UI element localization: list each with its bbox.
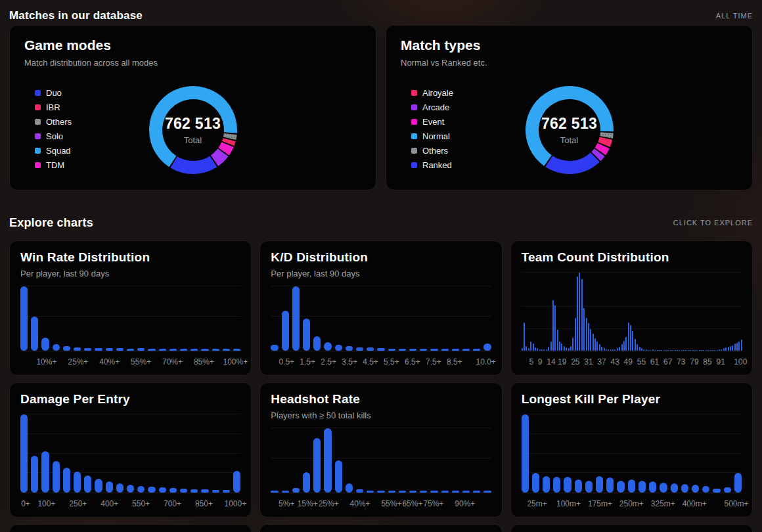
- x-tick-label: 5: [529, 357, 533, 366]
- bar: [712, 350, 713, 351]
- x-tick-label: 55: [637, 357, 646, 366]
- chart-card-longest-kill-per-player[interactable]: Longest Kill Per Player25m+100m+175m+250…: [510, 382, 753, 518]
- legend-label: Solo: [46, 131, 63, 141]
- bar: [575, 318, 576, 351]
- bar: [313, 438, 321, 493]
- bar: [190, 349, 198, 351]
- bar-series: [20, 414, 240, 493]
- chart-card-team-count-distribution[interactable]: Team Count Distribution59141925313743495…: [510, 240, 753, 376]
- partially-visible-card[interactable]: [259, 524, 502, 532]
- bar: [212, 490, 219, 493]
- page-header: Matches in our database ALL TIME: [9, 0, 753, 25]
- legend-item-event: Event: [411, 118, 453, 126]
- bar: [641, 348, 642, 351]
- bar: [724, 487, 731, 493]
- bar: [137, 486, 145, 493]
- bar: [703, 350, 704, 351]
- x-tick-label: 85%+: [194, 357, 214, 366]
- bar: [522, 348, 523, 351]
- bar-chart-plot: [522, 414, 742, 493]
- x-tick-label: 55%+: [131, 357, 151, 366]
- bar: [127, 349, 134, 351]
- bar: [730, 346, 731, 351]
- bar: [621, 344, 623, 351]
- legend-swatch-icon: [35, 162, 41, 168]
- donut-card-match-types: Match typesNormal vs Ranked etc.Airoyale…: [386, 25, 753, 190]
- x-tick-label: 49: [624, 357, 633, 366]
- bar: [282, 491, 289, 493]
- bar: [623, 341, 625, 351]
- bar: [223, 490, 230, 493]
- chart-card-k-d-distribution[interactable]: K/D DistributionPer player, last 90 days…: [259, 240, 502, 376]
- x-tick-label: 700+: [164, 499, 181, 508]
- legend-item-solo: Solo: [35, 132, 72, 141]
- legend-label: Ranked: [422, 160, 452, 170]
- bar: [388, 349, 395, 351]
- bar: [723, 348, 725, 351]
- x-tick-label: 400m+: [683, 499, 707, 508]
- legend-swatch-icon: [411, 148, 417, 154]
- bar: [452, 349, 459, 351]
- partially-visible-card[interactable]: [9, 524, 252, 532]
- bar: [564, 477, 571, 493]
- bar: [650, 350, 651, 351]
- bar: [725, 347, 727, 351]
- x-tick-label: 67: [663, 357, 672, 366]
- x-tick-label: 25%+: [68, 357, 88, 366]
- bar: [606, 477, 614, 493]
- bar: [661, 350, 662, 351]
- legend-item-ranked: Ranked: [411, 161, 453, 169]
- bar: [233, 471, 240, 493]
- x-tick-label: 400+: [101, 499, 118, 508]
- bar: [734, 344, 736, 351]
- bar: [690, 350, 691, 351]
- x-tick-label: 1.5+: [300, 357, 315, 366]
- dashboard-page: Matches in our database ALL TIME Game mo…: [0, 0, 762, 532]
- bar: [588, 323, 589, 351]
- bar: [190, 489, 198, 493]
- bar: [524, 322, 525, 351]
- bar: [721, 349, 722, 351]
- bar: [367, 347, 374, 351]
- bar: [292, 286, 300, 351]
- bar: [169, 349, 177, 351]
- bar: [681, 350, 683, 351]
- bar: [473, 491, 480, 493]
- donut-card-row: Game modesMatch distribution across all …: [9, 25, 753, 190]
- partially-visible-card[interactable]: [510, 524, 753, 532]
- x-tick-label: 3.5+: [342, 357, 357, 366]
- card-subtitle: Per player, last 90 days: [20, 269, 240, 278]
- bar: [604, 348, 605, 351]
- x-tick-label: 4.5+: [363, 357, 378, 366]
- bar: [660, 483, 667, 493]
- bar: [180, 489, 187, 493]
- bar: [699, 350, 700, 351]
- bar: [619, 347, 620, 351]
- bar: [223, 349, 230, 351]
- bar: [74, 472, 81, 493]
- bar: [452, 491, 459, 493]
- chart-card-win-rate-distribution[interactable]: Win Rate DistributionPer player, last 90…: [9, 240, 252, 376]
- chart-card-headshot-rate[interactable]: Headshot RatePlayers with ≥ 50 total kil…: [259, 382, 502, 518]
- bar-chart-plot: [20, 286, 240, 351]
- bar: [610, 349, 612, 351]
- bar: [707, 350, 709, 351]
- bar: [399, 491, 406, 493]
- card-title: Team Count Distribution: [522, 250, 742, 265]
- chart-card-damage-per-entry[interactable]: Damage Per Entry0+100+250+400+550+700+85…: [9, 382, 252, 518]
- bar: [367, 491, 374, 493]
- legend-label: Normal: [422, 131, 450, 141]
- bar: [483, 491, 491, 493]
- bar: [688, 350, 689, 351]
- bar: [346, 483, 353, 493]
- x-tick-label: 65%+: [402, 499, 422, 508]
- x-axis: 0+100+250+400+550+700+850+1000+: [20, 493, 240, 510]
- legend-item-others: Others: [411, 146, 453, 155]
- bar: [409, 349, 416, 351]
- bar: [566, 347, 567, 351]
- x-tick-label: 15%+: [298, 499, 318, 508]
- bar: [541, 349, 543, 351]
- x-tick-label: 0.5+: [279, 357, 294, 366]
- x-tick-label: 850+: [195, 499, 213, 508]
- bar: [324, 428, 331, 493]
